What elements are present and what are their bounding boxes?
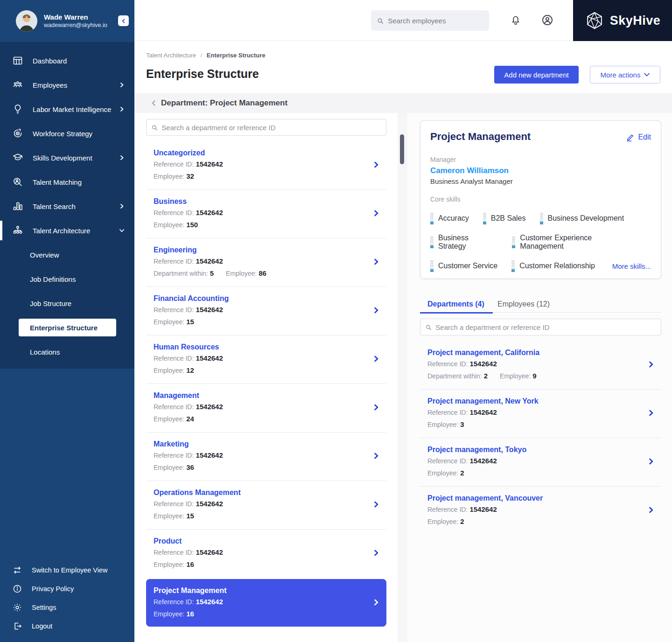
skills-row: Business Strategy Customer Experience Ma… [430,234,651,251]
account-button[interactable] [540,14,554,28]
department-name[interactable]: Human Resources [154,342,368,352]
department-name[interactable]: Product [154,537,368,546]
department-search-input[interactable] [161,124,381,132]
sidebar-subitem-label: Job Definitions [30,275,76,283]
department-row-engineering[interactable]: Engineering Reference ID:1542642 Departm… [146,238,386,287]
target-icon [12,128,23,139]
sidebar-item-labor-market-intelligence[interactable]: Labor Market Intelligence [0,97,134,121]
department-name[interactable]: Project management, New York [427,397,643,406]
department-name[interactable]: Uncategorized [154,148,368,158]
skill-label: B2B Sales [491,214,526,223]
skill-label: Accuracy [438,214,469,223]
chevron-right-icon[interactable] [372,307,380,314]
department-search[interactable] [146,119,386,136]
chevron-right-icon[interactable] [372,161,380,168]
scrollbar-thumb[interactable] [400,134,404,164]
avatar[interactable] [16,10,37,32]
chevron-right-icon[interactable] [372,599,380,606]
privacy-policy-button[interactable]: Privacy Policy [0,579,134,598]
sidebar-collapse-button[interactable] [118,15,129,26]
more-skills-link[interactable]: More skills... [612,262,651,270]
sidebar-subitem-enterprise-structure[interactable]: Enterprise Structure [0,315,134,340]
switch-to-employee-view-button[interactable]: Switch to Employee View [0,561,134,579]
chevron-right-icon[interactable] [647,506,655,514]
tab-departments[interactable]: Departments (4) [427,296,484,313]
chevron-right-icon[interactable] [372,355,380,363]
edit-department-button[interactable]: Edit [626,133,651,141]
subdepartment-row-tokyo[interactable]: Project management, Tokyo Reference ID:1… [420,438,661,487]
department-row-human-resources[interactable]: Human Resources Reference ID:1542642 Emp… [146,335,386,384]
chevron-right-icon[interactable] [647,409,655,417]
sub-department-search-input[interactable] [435,323,656,331]
chevron-right-icon[interactable] [647,361,655,368]
department-name[interactable]: Project Management [154,586,368,595]
department-row-operations-management[interactable]: Operations Management Reference ID:15426… [146,481,386,530]
department-name[interactable]: Management [154,391,368,400]
dashboard-icon [12,55,23,66]
department-row-project-management-selected[interactable]: Project Management Reference ID:1542642 … [146,579,386,627]
breadcrumb-parent[interactable]: Talent Architecture [146,52,196,59]
sidebar-subitem-overview[interactable]: Overview [0,243,134,267]
department-name[interactable]: Project management, Vancouver [427,494,643,503]
sidebar-item-employees[interactable]: Employees [0,73,134,97]
sidebar-item-workforce-strategy[interactable]: Workforce Strategy [0,121,134,146]
department-row-financial-accounting[interactable]: Financial Accounting Reference ID:154264… [146,287,386,335]
subdepartment-row-new-york[interactable]: Project management, New York Reference I… [420,390,661,438]
reference-id-value: 1542642 [196,257,223,265]
logout-button[interactable]: Logout [0,617,134,635]
search-icon [151,124,158,131]
department-row-product[interactable]: Product Reference ID:1542642 Employee:16 [146,530,386,578]
employee-search[interactable] [371,10,489,31]
chevron-right-icon[interactable] [372,258,380,265]
chevron-right-icon[interactable] [372,501,380,508]
scrollbar-track[interactable] [398,113,407,642]
sidebar-item-skills-development[interactable]: Skills Development [0,146,134,170]
skill-label: Business Development [548,214,624,223]
chevron-right-icon[interactable] [647,458,655,465]
department-row-management[interactable]: Management Reference ID:1542642 Employee… [146,384,386,433]
sidebar-item-talent-matching[interactable]: Talent Matching [0,170,134,194]
subdepartment-row-california[interactable]: Project management, California Reference… [420,341,661,390]
department-name[interactable]: Operations Management [154,488,368,497]
department-row-marketing[interactable]: Marketing Reference ID:1542642 Employee:… [146,433,386,481]
sidebar-subitem-locations[interactable]: Locations [0,340,134,364]
reference-id-label: Reference ID: [154,549,194,556]
reference-id-label: Reference ID: [154,598,194,606]
department-name[interactable]: Marketing [154,440,368,449]
department-employee: Employee:2 [427,517,643,525]
sidebar-item-talent-architecture[interactable]: Talent Architecture [0,218,134,243]
department-name[interactable]: Project management, California [427,348,643,357]
employee-label: Employee: [154,367,184,374]
department-name[interactable]: Project management, Tokyo [427,445,643,454]
department-row-business[interactable]: Business Reference ID:1542642 Employee:1… [146,190,386,238]
sidebar-item-talent-search[interactable]: Talent Search [0,194,134,218]
subdepartment-row-vancouver[interactable]: Project management, Vancouver Reference … [420,487,661,535]
add-new-department-button[interactable]: Add new department [494,66,579,84]
footer-item-label: Switch to Employee View [32,566,108,574]
chevron-right-icon[interactable] [372,209,380,217]
skills-row: Customer Service Customer Relationship M… [430,260,651,272]
sidebar-item-dashboard[interactable]: Dashboard [0,49,134,73]
chevron-right-icon[interactable] [372,404,380,411]
sidebar-subitem-job-definitions[interactable]: Job Definitions [0,267,134,291]
reference-id-value: 1542642 [196,160,223,168]
employee-search-input[interactable] [388,17,483,25]
department-name[interactable]: Engineering [154,245,368,255]
department-row-uncategorized[interactable]: Uncategorized Reference ID:1542642 Emplo… [146,141,386,190]
chevron-right-icon [119,106,125,112]
back-chevron-icon[interactable] [150,99,158,107]
sidebar-subitem-job-structure[interactable]: Job Structure [0,291,134,315]
sub-department-search[interactable] [420,319,661,335]
manager-name-link[interactable]: Cameron Williamson [430,166,651,175]
skill-level-icon [430,260,434,272]
tab-employees[interactable]: Employees (12) [497,296,550,313]
department-name[interactable]: Financial Accounting [154,294,368,303]
chevron-right-icon[interactable] [372,452,380,460]
settings-button[interactable]: Settings [0,598,134,617]
notifications-button[interactable] [509,14,523,28]
chevron-right-icon[interactable] [372,549,380,557]
skyhive-logo-icon [585,11,604,30]
more-actions-button[interactable]: More actions [590,66,660,84]
department-name[interactable]: Business [154,197,368,206]
logout-icon [12,621,22,631]
